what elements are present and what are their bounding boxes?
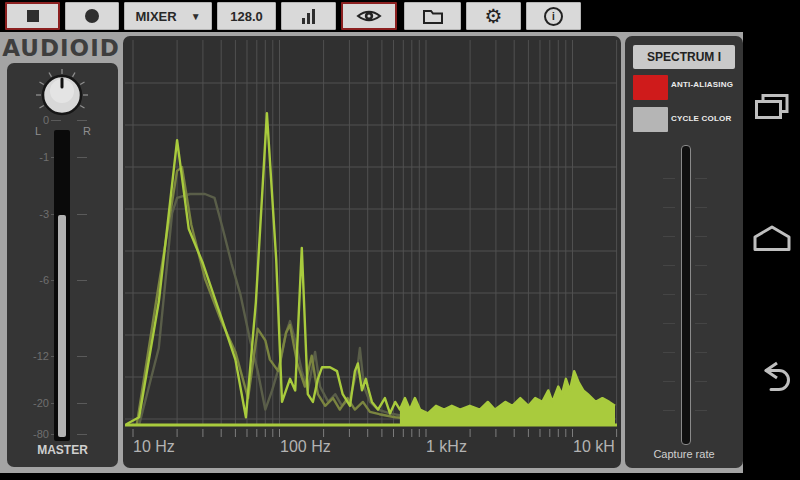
recents-button[interactable] <box>754 93 790 120</box>
info-icon: i <box>544 7 563 26</box>
db-scale-6: -6 <box>39 274 49 286</box>
android-nav-bar <box>743 0 800 480</box>
levels-button[interactable] <box>281 2 336 30</box>
anti-aliasing-label: ANTI-ALIASING <box>671 80 741 89</box>
cycle-color-label: CYCLE COLOR <box>671 114 741 123</box>
app-logo: AUDIOID <box>0 35 122 61</box>
stop-icon <box>27 10 39 22</box>
visualizer-button[interactable] <box>341 2 397 30</box>
stop-button[interactable] <box>5 2 60 30</box>
gear-icon: ⚙ <box>485 6 503 26</box>
pan-left-label: L <box>35 125 41 137</box>
cycle-color-button[interactable] <box>633 107 668 132</box>
master-fader-fill <box>58 215 66 437</box>
pan-right-label: R <box>83 125 91 137</box>
master-panel: L R 0 -1 -3 -6 -12 -20 -80 MASTER <box>7 63 118 467</box>
mixer-label: MIXER <box>135 9 176 24</box>
home-button[interactable] <box>752 224 792 252</box>
db-scale-0: 0 <box>43 114 49 126</box>
anti-aliasing-button[interactable] <box>633 75 668 100</box>
mixer-dropdown[interactable]: MIXER ▼ <box>124 2 212 30</box>
capture-rate-label: Capture rate <box>625 448 743 460</box>
tempo-value: 128.0 <box>230 9 263 24</box>
bar-meter-icon <box>302 9 315 24</box>
record-icon <box>85 9 99 23</box>
db-scale-3: -3 <box>39 208 49 220</box>
spectrum-plot-panel[interactable]: 10 Hz 100 Hz 1 kHz 10 kH <box>123 36 621 468</box>
eye-icon <box>356 7 382 25</box>
x-tick-10khz: 10 kH <box>573 438 615 456</box>
record-button[interactable] <box>65 2 119 30</box>
db-scale-1: -1 <box>39 151 49 163</box>
toolbar: MIXER ▼ 128.0 ⚙ i <box>0 0 800 32</box>
master-fader[interactable] <box>54 130 70 441</box>
chevron-down-icon: ▼ <box>191 11 201 22</box>
db-scale-20: -20 <box>33 397 49 409</box>
files-button[interactable] <box>404 2 461 30</box>
spectrum-controls-panel: SPECTRUM I ANTI-ALIASING CYCLE COLOR Cap… <box>625 36 743 468</box>
capture-rate-slider[interactable] <box>681 145 691 445</box>
back-button[interactable] <box>751 360 793 392</box>
info-button[interactable]: i <box>526 2 581 30</box>
settings-button[interactable]: ⚙ <box>466 2 521 30</box>
main-content: AUDIOID L R 0 -1 -3 -6 -12 <box>0 32 743 473</box>
app-screen: MIXER ▼ 128.0 ⚙ i AUDIOID <box>0 0 800 480</box>
x-tick-10hz: 10 Hz <box>133 438 175 456</box>
x-tick-100hz: 100 Hz <box>280 438 331 456</box>
x-tick-1khz: 1 kHz <box>426 438 467 456</box>
folder-icon <box>422 8 444 25</box>
tempo-button[interactable]: 128.0 <box>217 2 276 30</box>
spectrum-chart <box>123 36 621 468</box>
master-label: MASTER <box>7 443 118 457</box>
db-scale-12: -12 <box>33 350 49 362</box>
spectrum-mode-button[interactable]: SPECTRUM I <box>633 45 735 69</box>
db-scale-80: -80 <box>33 428 49 440</box>
